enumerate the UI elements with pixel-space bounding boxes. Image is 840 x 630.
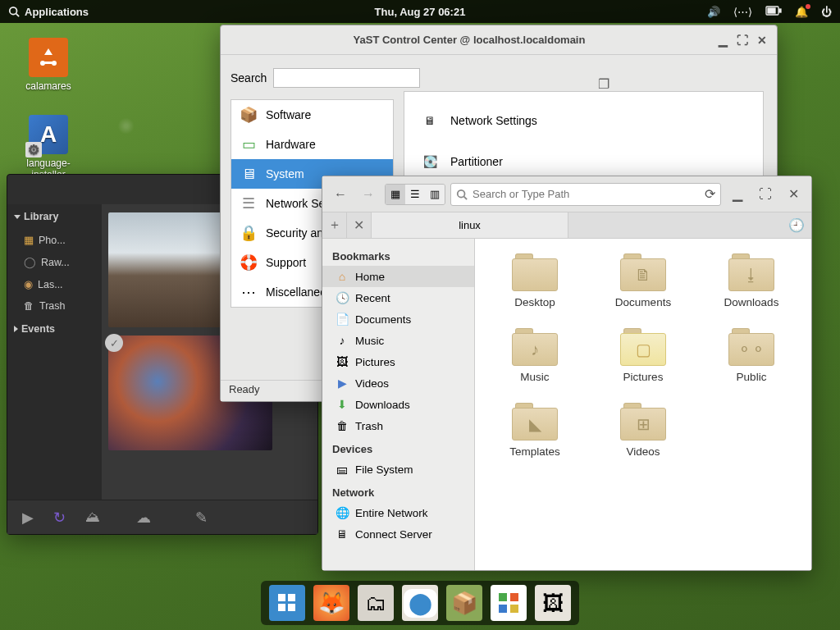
sidebar-item-trash[interactable]: 🗑Trash — [7, 295, 102, 317]
sidebar-item-photos[interactable]: ▦Pho... — [7, 229, 102, 251]
list-view-button[interactable]: ☰ — [405, 185, 425, 204]
folder-downloads[interactable]: ⭳Downloads — [701, 253, 801, 308]
fm-content[interactable]: Desktop 🗎Documents ⭳Downloads ♪Music ▢Pi… — [475, 239, 811, 570]
view-toggle: ▦ ☰ ▥ — [385, 184, 445, 205]
maximize-button[interactable]: ⛶ — [734, 32, 751, 48]
svg-rect-12 — [278, 604, 285, 611]
trash-icon: 🗑 — [336, 419, 349, 432]
dock-yast[interactable] — [491, 585, 527, 621]
sidebar-filesystem[interactable]: 🖴File System — [322, 459, 474, 480]
power-icon[interactable]: ⏻ — [821, 6, 832, 18]
drive-icon: 🖴 — [336, 463, 349, 476]
language-icon: A⚙ — [29, 115, 68, 154]
folder-videos[interactable]: ⊞Videos — [593, 403, 693, 458]
back-button[interactable]: ← — [329, 183, 352, 206]
rotate-icon[interactable]: ↻ — [53, 509, 66, 527]
maximize-button[interactable]: ⛶ — [754, 183, 777, 206]
server-icon: 🖥 — [336, 527, 349, 541]
svg-rect-13 — [288, 604, 295, 611]
security-icon: 🔒 — [240, 224, 258, 242]
adjust-icon[interactable]: ⛰ — [85, 509, 100, 526]
network-services-icon: ☰ — [240, 194, 258, 212]
hardware-icon: ▭ — [240, 135, 258, 153]
search-icon — [8, 6, 20, 17]
folder-pictures[interactable]: ▢Pictures — [593, 328, 693, 383]
svg-rect-4 — [768, 8, 775, 13]
svg-rect-16 — [499, 605, 507, 613]
sidebar-item-raw[interactable]: ◯Raw... — [7, 251, 102, 273]
close-button[interactable]: ✕ — [782, 183, 805, 206]
new-tab-button[interactable]: ＋ — [322, 212, 347, 238]
folder-templates[interactable]: ◣Templates — [485, 403, 585, 458]
pictures-icon: 🖼 — [336, 355, 349, 368]
fm-sidebar: Bookmarks ⌂Home 🕓Recent 📄Documents ♪Musi… — [322, 239, 475, 570]
minimize-button[interactable]: ▁ — [714, 32, 731, 48]
play-icon[interactable]: ▶ — [22, 509, 34, 527]
cloud-icon[interactable]: ☁ — [136, 509, 151, 527]
bookmarks-header: Bookmarks — [322, 244, 474, 266]
applications-label: Applications — [25, 6, 89, 18]
applications-menu[interactable]: Applications — [8, 6, 89, 18]
desktop-icon-language-installer[interactable]: A⚙ language-installer — [11, 115, 85, 180]
folder-music[interactable]: ♪Music — [485, 328, 585, 383]
folder-documents[interactable]: 🗎Documents — [593, 253, 693, 308]
dock-firefox[interactable]: 🦊 — [313, 585, 349, 621]
sidebar-videos[interactable]: ▶Videos — [322, 372, 474, 394]
yast-titlebar[interactable]: YaST Control Center @ localhost.localdom… — [221, 25, 777, 55]
sidebar-entire-network[interactable]: 🌐Entire Network — [322, 502, 474, 523]
icon-view-button[interactable]: ▦ — [386, 185, 405, 204]
dock-files[interactable]: 🗂 — [358, 585, 394, 621]
sidebar-recent[interactable]: 🕓Recent — [322, 287, 474, 308]
copy-icon[interactable]: ❐ — [598, 76, 613, 91]
desktop-icon-calamares[interactable]: calamares — [11, 38, 85, 92]
dock-workspaces[interactable] — [269, 585, 305, 621]
pictures-icon: ▢ — [620, 328, 666, 366]
close-tab-button[interactable]: ✕ — [347, 212, 372, 238]
sidebar-downloads[interactable]: ⬇Downloads — [322, 394, 474, 415]
svg-line-9 — [464, 196, 468, 199]
sidebar-pictures[interactable]: 🖼Pictures — [322, 351, 474, 372]
sidebar-music[interactable]: ♪Music — [322, 330, 474, 351]
notifications-icon[interactable]: 🔔 — [795, 6, 808, 18]
volume-icon[interactable]: 🔊 — [707, 6, 720, 18]
tab-linux[interactable]: linux — [372, 212, 568, 238]
search-label: Search — [231, 71, 267, 84]
minimize-button[interactable]: ▁ — [726, 183, 749, 206]
search-input[interactable] — [273, 68, 420, 88]
category-software[interactable]: 📦Software — [231, 100, 393, 130]
download-icon: ⭳ — [728, 253, 774, 291]
svg-rect-7 — [43, 62, 54, 64]
dock-installer[interactable]: 📦 — [446, 585, 482, 621]
sidebar-connect-server[interactable]: 🖥Connect Server — [322, 523, 474, 545]
forward-button[interactable]: → — [357, 183, 380, 206]
clock[interactable]: Thu, Aug 27 06:21 — [375, 6, 466, 18]
close-button[interactable]: ✕ — [754, 32, 770, 48]
edit-icon[interactable]: ✎ — [195, 509, 208, 527]
documents-icon: 📄 — [336, 313, 349, 326]
events-section[interactable]: Events — [7, 317, 102, 341]
folder-desktop[interactable]: Desktop — [485, 253, 585, 308]
photos-icon: ▦ — [24, 234, 34, 246]
history-button[interactable]: 🕘 — [782, 212, 811, 238]
raw-icon: ◯ — [24, 256, 36, 268]
chevron-right-icon — [14, 326, 18, 332]
library-section[interactable]: Library — [7, 204, 102, 229]
sidebar-documents[interactable]: 📄Documents — [322, 308, 474, 330]
sidebar-trash[interactable]: 🗑Trash — [322, 415, 474, 436]
column-view-button[interactable]: ▥ — [425, 185, 445, 204]
dock-photos[interactable]: 🖼 — [535, 585, 571, 621]
path-search[interactable]: ⟳ — [450, 183, 721, 206]
search-input[interactable] — [472, 188, 700, 200]
fm-toolbar: ← → ▦ ☰ ▥ ⟳ ▁ ⛶ ✕ — [322, 176, 811, 212]
item-network-settings[interactable]: 🖥Network Settings — [413, 100, 755, 141]
svg-rect-3 — [779, 9, 781, 12]
category-hardware[interactable]: ▭Hardware — [231, 130, 393, 159]
sidebar-item-last[interactable]: ◉Las... — [7, 273, 102, 295]
folder-public[interactable]: ⚬⚬Public — [701, 328, 801, 383]
sidebar-home[interactable]: ⌂Home — [322, 266, 474, 287]
dock-settings[interactable]: ⬤ — [402, 585, 438, 621]
battery-icon[interactable] — [765, 6, 782, 18]
refresh-icon[interactable]: ⟳ — [705, 186, 715, 202]
dock: 🦊 🗂 ⬤ 📦 🖼 — [261, 581, 579, 625]
network-icon[interactable]: ⟨⋯⟩ — [733, 6, 752, 18]
